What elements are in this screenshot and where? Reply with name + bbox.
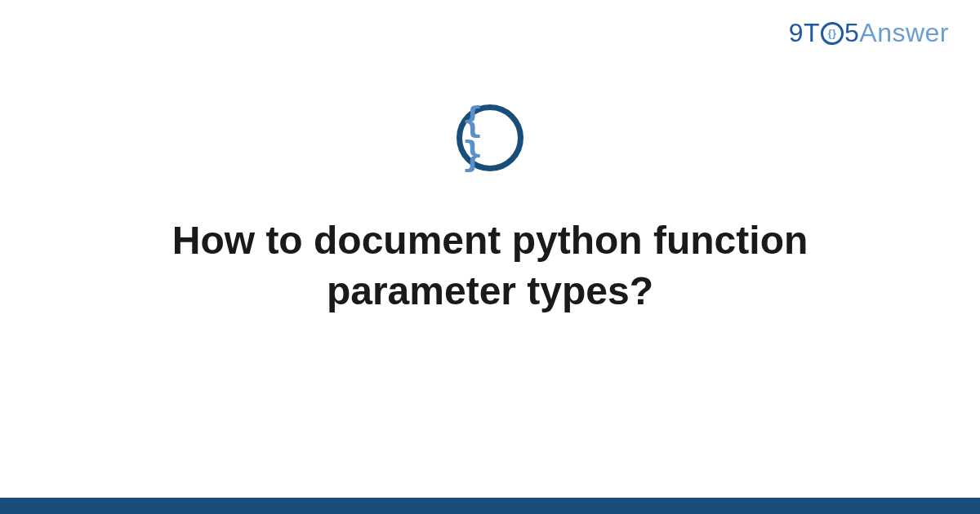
logo-text-9t: 9T [789,18,820,47]
footer-accent-bar [0,498,980,514]
question-title: How to document python function paramete… [102,215,878,317]
logo-text-answer: Answer [859,18,949,47]
logo-o-braces: {} [827,28,836,38]
logo-text-5: 5 [844,18,859,47]
site-logo: 9T{}5Answer [789,18,949,48]
topic-icon-circle: { } [457,104,523,171]
code-braces-icon: { } [462,104,518,172]
main-content: { } How to document python function para… [0,104,980,317]
logo-o-icon: {} [821,22,844,45]
